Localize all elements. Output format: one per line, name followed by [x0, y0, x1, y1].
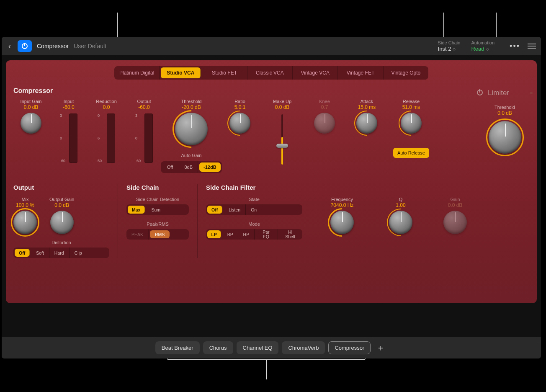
auto-gain-12db[interactable]: -12dB — [199, 162, 221, 172]
drag-handle-icon[interactable] — [528, 44, 536, 49]
sc-detection-sum[interactable]: Sum — [146, 204, 165, 215]
limiter-threshold-label: Threshold — [494, 105, 515, 110]
chain-chip-beat-breaker[interactable]: Beat Breaker — [155, 341, 200, 354]
input-meter — [69, 113, 77, 163]
scf-freq-value: 7040.0 Hz — [331, 202, 354, 208]
peakrms-segmented: PEAK RMS — [126, 229, 189, 240]
caret-icon: ◇ — [486, 47, 489, 51]
makeup-value: 0.0 dB — [275, 104, 290, 110]
back-button[interactable]: ‹ — [7, 42, 13, 51]
slider-thumb[interactable] — [276, 144, 288, 148]
tab-vintage-opto[interactable]: Vintage Opto — [384, 66, 428, 80]
makeup-slider[interactable] — [281, 114, 283, 165]
more-menu-button[interactable]: ••• — [507, 42, 523, 51]
peakrms-rms[interactable]: RMS — [150, 230, 170, 238]
distortion-hard[interactable]: Hard — [49, 248, 70, 258]
attack-label: Attack — [361, 99, 373, 104]
auto-gain-off[interactable]: Off — [161, 161, 179, 173]
scf-state-off[interactable]: Off — [207, 206, 222, 214]
input-meter-label: Input — [64, 99, 74, 104]
threshold-value: -20.0 dB — [182, 104, 201, 110]
output-meter-label: Output — [137, 99, 151, 104]
mix-knob[interactable] — [13, 211, 37, 234]
distortion-off[interactable]: Off — [15, 249, 30, 257]
scf-q-label: Q — [399, 197, 403, 202]
attack-knob[interactable] — [356, 113, 377, 134]
tab-studio-vca[interactable]: Studio VCA — [161, 67, 201, 78]
tab-classic-vca[interactable]: Classic VCA — [247, 66, 293, 80]
plugin-chain-bar: Beat Breaker Chorus Channel EQ ChromaVer… — [2, 337, 541, 358]
leader-line — [167, 359, 365, 360]
scf-mode-lp[interactable]: LP — [207, 230, 221, 238]
scf-mode-bp[interactable]: BP — [222, 229, 238, 240]
reduction-meter-value: 0.0 — [103, 104, 110, 110]
scf-mode-hp[interactable]: HP — [238, 229, 254, 240]
sc-detection-max[interactable]: Max — [128, 206, 145, 214]
plugin-body: Platinum Digital Studio VCA Studio FET C… — [6, 60, 537, 303]
scf-gain-knob[interactable] — [443, 211, 467, 234]
scf-mode-label: Mode — [206, 222, 302, 227]
tab-vintage-fet[interactable]: Vintage FET — [338, 66, 383, 80]
ratio-knob[interactable] — [229, 113, 250, 134]
makeup-label: Make Up — [273, 99, 291, 104]
scf-state-segmented: Off Listen On — [206, 204, 302, 215]
automation-selector[interactable]: Automation Read◇ — [471, 40, 494, 52]
tab-platinum-digital[interactable]: Platinum Digital — [114, 66, 160, 80]
sidechain-selector[interactable]: Side Chain Inst 2◇ — [438, 40, 461, 52]
plugin-window: ‹ Compressor User Default Side Chain Ins… — [2, 37, 541, 358]
plugin-name: Compressor — [37, 43, 69, 49]
scf-gain-value: 0.0 dB — [448, 202, 463, 208]
tab-studio-fet[interactable]: Studio FET — [202, 66, 247, 80]
add-plugin-button[interactable]: ＋ — [374, 342, 387, 353]
chain-chip-compressor[interactable]: Compressor — [328, 341, 371, 354]
chain-chip-chorus[interactable]: Chorus — [203, 341, 233, 354]
sidechain-value: Inst 2 — [438, 46, 451, 52]
chain-chip-chromaverb[interactable]: ChromaVerb — [282, 341, 325, 354]
peakrms-label: Peak/RMS — [126, 222, 189, 227]
limiter-section: Limiter Threshold 0.0 dB — [465, 89, 537, 193]
scf-mode-hishelf[interactable]: Hi Shelf — [278, 229, 302, 240]
output-gain-knob[interactable] — [50, 211, 74, 234]
caret-icon: ◇ — [453, 47, 456, 51]
plugin-power-button[interactable] — [18, 40, 32, 52]
automation-value: Read — [471, 46, 484, 52]
sidechain-section-title: Side Chain — [126, 184, 189, 191]
ratio-label: Ratio — [234, 99, 245, 104]
input-meter-value: -60.0 — [63, 104, 74, 110]
scf-freq-knob[interactable] — [330, 211, 354, 234]
limiter-led — [530, 92, 533, 94]
distortion-soft[interactable]: Soft — [31, 248, 49, 258]
auto-release-button[interactable]: Auto Release — [393, 148, 429, 158]
scf-q-value: 1.00 — [396, 202, 405, 208]
distortion-clip[interactable]: Clip — [70, 248, 87, 258]
meter-ticks: 3 0 -60 — [60, 113, 65, 163]
reduction-meter-label: Reduction — [96, 99, 117, 104]
scf-state-label: State — [206, 197, 302, 202]
auto-gain-0db[interactable]: 0dB — [179, 161, 198, 173]
scf-mode-pareq[interactable]: Par EQ — [255, 229, 278, 240]
release-label: Release — [403, 99, 420, 104]
scf-state-listen[interactable]: Listen — [224, 204, 246, 215]
knee-knob[interactable] — [314, 113, 335, 134]
tab-vintage-vca[interactable]: Vintage VCA — [293, 66, 338, 80]
release-knob[interactable] — [401, 113, 422, 134]
peakrms-peak[interactable]: PEAK — [126, 229, 149, 240]
output-meter-value: -60.0 — [138, 104, 149, 110]
threshold-knob[interactable] — [175, 113, 208, 145]
input-gain-knob[interactable] — [21, 113, 41, 134]
scf-gain-label: Gain — [450, 197, 460, 202]
plugin-header: ‹ Compressor User Default Side Chain Ins… — [2, 37, 541, 55]
leader-line — [266, 359, 267, 379]
scf-freq-label: Frequency — [331, 197, 353, 202]
knee-value: 0.7 — [321, 104, 328, 110]
preset-name[interactable]: User Default — [74, 43, 106, 49]
sc-detection-segmented: Max Sum — [126, 204, 189, 215]
input-gain-value: 0.0 dB — [24, 104, 39, 110]
limiter-power-icon[interactable] — [477, 90, 484, 96]
scf-q-knob[interactable] — [389, 211, 412, 234]
sc-detection-label: Side Chain Detection — [126, 197, 189, 202]
scf-state-on[interactable]: On — [246, 204, 262, 215]
limiter-threshold-knob[interactable] — [489, 121, 521, 154]
limiter-title: Limiter — [488, 89, 509, 97]
chain-chip-channel-eq[interactable]: Channel EQ — [237, 341, 279, 354]
